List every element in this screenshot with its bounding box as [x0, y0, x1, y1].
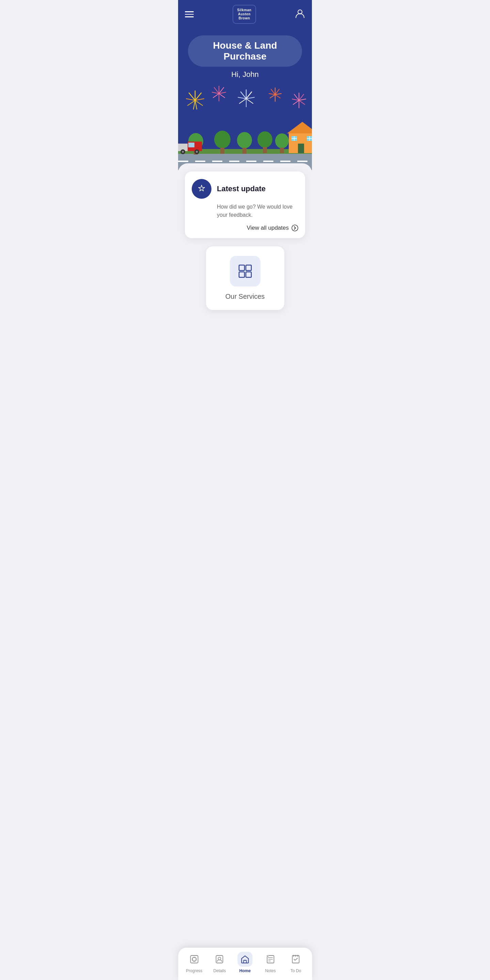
nav-label-todo: To Do	[290, 969, 301, 973]
details-icon-wrap	[212, 952, 227, 967]
svg-rect-54	[280, 148, 284, 153]
nav-label-home: Home	[239, 969, 251, 973]
svg-line-32	[275, 95, 280, 98]
nav-item-todo[interactable]: To Do	[283, 952, 308, 973]
fireworks-decoration	[178, 82, 312, 116]
svg-rect-80	[243, 960, 246, 963]
notes-icon-wrap	[263, 952, 278, 967]
home-icon	[240, 955, 250, 964]
profile-button[interactable]	[295, 8, 305, 20]
svg-rect-72	[239, 265, 244, 270]
svg-point-71	[292, 225, 298, 231]
svg-line-31	[270, 95, 275, 98]
progress-icon	[189, 955, 199, 964]
svg-point-53	[275, 134, 289, 148]
update-icon-circle	[192, 179, 211, 199]
update-title: Latest update	[217, 185, 266, 193]
svg-point-49	[237, 132, 252, 148]
logo-line3: Brown	[237, 16, 252, 21]
hero-title-pill: House & Land Purchase	[188, 35, 302, 67]
notes-icon	[266, 955, 275, 964]
content-area: Latest update How did we go? We would lo…	[178, 163, 312, 368]
svg-line-16	[219, 94, 225, 98]
app-header: Silkman Austen Brown	[178, 0, 312, 29]
svg-point-79	[218, 957, 221, 960]
svg-line-23	[239, 99, 246, 103]
services-label: Our Services	[225, 293, 265, 301]
svg-rect-57	[298, 143, 304, 153]
update-card-header: Latest update	[192, 179, 298, 199]
our-services-card[interactable]: Our Services	[206, 247, 284, 310]
svg-point-70	[196, 151, 198, 153]
nav-item-details[interactable]: Details	[207, 952, 233, 973]
logo-line2: Austen	[237, 12, 252, 16]
todo-icon	[291, 955, 301, 964]
nav-item-notes[interactable]: Notes	[258, 952, 283, 973]
svg-rect-66	[188, 143, 195, 147]
todo-icon-wrap	[289, 952, 303, 967]
logo-line1: Silkman	[237, 8, 252, 12]
home-icon-wrap	[237, 952, 252, 967]
details-icon	[215, 955, 224, 964]
svg-rect-52	[263, 147, 267, 153]
nav-label-progress: Progress	[186, 969, 202, 973]
arrow-right-icon	[292, 224, 298, 231]
svg-rect-48	[220, 148, 224, 154]
svg-point-47	[214, 130, 230, 148]
progress-icon-wrap	[187, 952, 201, 967]
svg-rect-50	[243, 148, 247, 154]
nav-label-notes: Notes	[265, 969, 276, 973]
svg-marker-56	[287, 122, 312, 134]
update-body: How did we go? We would love your feedba…	[217, 203, 298, 219]
menu-button[interactable]	[185, 11, 194, 18]
hero-greeting: Hi, John	[178, 70, 312, 79]
svg-point-51	[257, 131, 272, 148]
svg-rect-76	[190, 956, 198, 963]
svg-line-40	[299, 100, 305, 105]
svg-line-39	[293, 100, 299, 105]
latest-update-card: Latest update How did we go? We would lo…	[185, 172, 305, 238]
nav-item-home[interactable]: Home	[232, 952, 258, 973]
svg-point-68	[182, 151, 184, 153]
svg-rect-75	[246, 272, 251, 277]
bottom-navigation: Progress Details Home	[178, 948, 312, 980]
view-all-updates-link[interactable]: View all updates	[192, 224, 298, 231]
hero-section: House & Land Purchase Hi, John	[178, 29, 312, 170]
hero-title: House & Land Purchase	[213, 40, 277, 62]
svg-rect-73	[246, 265, 251, 270]
scene-illustration	[178, 116, 312, 170]
svg-rect-74	[239, 272, 244, 277]
svg-line-24	[246, 99, 253, 103]
logo: Silkman Austen Brown	[233, 5, 256, 24]
svg-line-15	[213, 94, 219, 98]
nav-label-details: Details	[214, 969, 226, 973]
grid-icon	[236, 262, 254, 280]
nav-item-progress[interactable]: Progress	[182, 952, 207, 973]
view-all-label: View all updates	[247, 224, 289, 231]
services-icon-box	[230, 256, 260, 286]
